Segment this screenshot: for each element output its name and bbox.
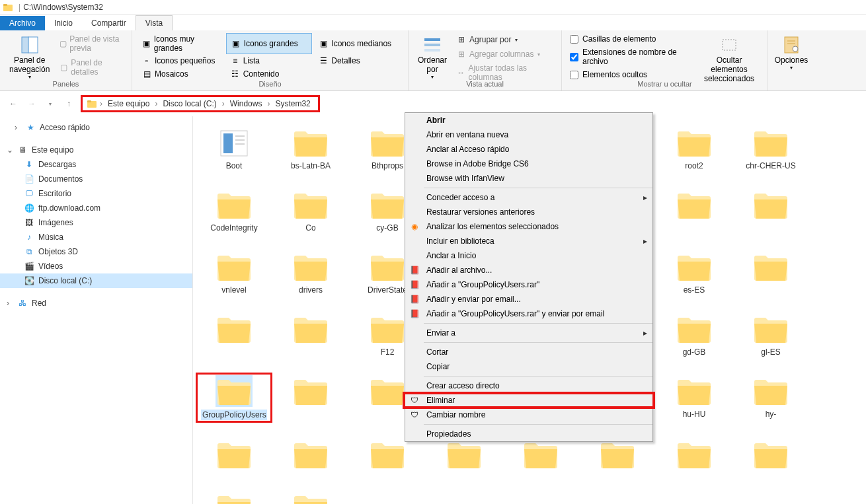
ctx-biblioteca[interactable]: Incluir en biblioteca▸ bbox=[405, 234, 652, 248]
folder-item[interactable] bbox=[658, 189, 730, 233]
opciones-button[interactable]: Opciones ▾ bbox=[773, 33, 809, 75]
crumb-equipo[interactable]: Este equipo bbox=[105, 99, 152, 108]
sidebar-videos[interactable]: 🎬Vídeos bbox=[0, 259, 192, 273]
folder-item[interactable]: chr-CHER-US bbox=[735, 127, 807, 170]
sidebar-documentos[interactable]: 📄Documentos bbox=[0, 172, 192, 186]
sidebar-imagenes[interactable]: 🖼Imágenes bbox=[0, 215, 192, 230]
ctx-rar2[interactable]: 📕Añadir a "GroupPolicyUsers.rar" bbox=[405, 277, 652, 292]
crumb-system32[interactable]: System32 bbox=[272, 99, 313, 108]
up-button[interactable]: ↑ bbox=[62, 97, 75, 110]
folder-item[interactable]: gd-GB bbox=[658, 313, 730, 357]
ctx-irfan[interactable]: Browse with IrfanView bbox=[405, 171, 652, 186]
folder-item[interactable]: Boot bbox=[198, 127, 270, 170]
agregar-cols-button[interactable]: ⊞Agregar columnas▾ bbox=[453, 48, 556, 61]
view-medianos[interactable]: ▣Iconos medianos bbox=[314, 33, 400, 54]
folder-item[interactable]: es-ES bbox=[658, 251, 730, 295]
folder-item[interactable] bbox=[428, 439, 500, 473]
folder-item[interactable] bbox=[275, 439, 346, 473]
view-pequenos[interactable]: ▫Iconos pequeños bbox=[138, 54, 223, 67]
sidebar-descargas[interactable]: ⬇Descargas bbox=[0, 157, 192, 172]
chevron-right-icon[interactable]: › bbox=[100, 99, 102, 108]
tab-inicio[interactable]: Inicio bbox=[45, 16, 82, 30]
folder-item[interactable] bbox=[505, 439, 576, 473]
ctx-rar4[interactable]: 📕Añadir a "GroupPolicyUsers.rar" y envia… bbox=[405, 306, 652, 321]
forward-button[interactable]: → bbox=[25, 97, 38, 110]
chevron-right-icon[interactable]: › bbox=[155, 99, 157, 108]
ctx-rar1[interactable]: 📕Añadir al archivo... bbox=[405, 263, 652, 277]
folder-item[interactable]: Co bbox=[275, 189, 346, 233]
ctx-conceder[interactable]: Conceder acceso a▸ bbox=[405, 190, 652, 205]
chevron-right-icon[interactable]: › bbox=[7, 299, 13, 308]
ctx-propiedades[interactable]: Propiedades bbox=[405, 427, 652, 441]
breadcrumb[interactable]: › Este equipo › Disco local (C:) › Windo… bbox=[81, 95, 320, 112]
sidebar-acceso-rapido[interactable]: ›★Acceso rápido bbox=[0, 120, 192, 135]
tab-vista[interactable]: Vista bbox=[136, 15, 173, 30]
casillas-checkbox[interactable]: Casillas de elemento bbox=[567, 33, 693, 45]
chevron-down-icon[interactable]: ⌄ bbox=[7, 145, 13, 155]
folder-item[interactable] bbox=[582, 439, 653, 473]
ctx-rar3[interactable]: 📕Añadir y enviar por email... bbox=[405, 292, 652, 306]
nav-panel-button[interactable]: Panel de navegación ▾ bbox=[5, 33, 54, 81]
ctx-anclar-inicio[interactable]: Anclar a Inicio bbox=[405, 248, 652, 263]
folder-item[interactable]: vnlevel bbox=[198, 251, 270, 295]
details-panel-button[interactable]: ▢Panel de detalles bbox=[56, 57, 126, 78]
ctx-cortar[interactable]: Cortar bbox=[405, 345, 652, 359]
folder-item[interactable] bbox=[275, 491, 346, 504]
sidebar-este-equipo[interactable]: ⌄🖥Este equipo bbox=[0, 143, 192, 157]
ctx-eliminar[interactable]: 🛡Eliminar bbox=[405, 393, 652, 408]
back-button[interactable]: ← bbox=[7, 97, 20, 110]
folder-item[interactable] bbox=[198, 313, 270, 357]
view-grandes[interactable]: ▣Iconos grandes bbox=[226, 33, 312, 54]
crumb-disco[interactable]: Disco local (C:) bbox=[160, 99, 219, 108]
ctx-copiar[interactable]: Copiar bbox=[405, 359, 652, 374]
tab-compartir[interactable]: Compartir bbox=[82, 16, 136, 30]
ctx-ventana-nueva[interactable]: Abrir en ventana nueva bbox=[405, 127, 652, 142]
list-icon: ≡ bbox=[230, 55, 241, 66]
folder-item[interactable] bbox=[735, 251, 807, 295]
folder-item[interactable]: gl-ES bbox=[735, 313, 807, 357]
folder-item[interactable] bbox=[198, 439, 270, 473]
ctx-analizar[interactable]: ◉Analizar los elementos seleccionados bbox=[405, 219, 652, 234]
ctx-bridge[interactable]: Browse in Adobe Bridge CS6 bbox=[405, 157, 652, 171]
chevron-right-icon[interactable]: › bbox=[222, 99, 225, 108]
folder-item[interactable] bbox=[735, 439, 807, 473]
folder-item[interactable] bbox=[275, 313, 346, 357]
folder-item[interactable] bbox=[735, 189, 807, 233]
recent-button[interactable]: ▾ bbox=[44, 97, 57, 110]
agrupar-button[interactable]: ⊞Agrupar por▾ bbox=[453, 33, 556, 46]
folder-item[interactable] bbox=[275, 375, 346, 420]
sidebar-escritorio[interactable]: 🖵Escritorio bbox=[0, 186, 192, 201]
folder-item[interactable] bbox=[198, 491, 270, 504]
crumb-windows[interactable]: Windows bbox=[227, 99, 265, 108]
ctx-cambiar[interactable]: 🛡Cambiar nombre bbox=[405, 408, 652, 422]
chevron-right-icon[interactable]: › bbox=[15, 123, 21, 132]
preview-panel-button[interactable]: ▢Panel de vista previa bbox=[56, 33, 126, 54]
folder-item[interactable] bbox=[658, 439, 730, 473]
folder-item[interactable]: root2 bbox=[658, 127, 730, 170]
folder-item[interactable]: drivers bbox=[275, 251, 346, 295]
ocultar-sel-button[interactable]: Ocultar elementos seleccionados bbox=[696, 33, 762, 85]
folder-item[interactable]: GroupPolicyUsers bbox=[198, 375, 270, 420]
view-muy-grandes[interactable]: ▣Iconos muy grandes bbox=[138, 33, 223, 54]
sidebar-musica[interactable]: ♪Música bbox=[0, 230, 192, 244]
folder-item[interactable]: hy- bbox=[735, 375, 807, 420]
view-detalles[interactable]: ☰Detalles bbox=[314, 54, 400, 67]
view-lista[interactable]: ≡Lista bbox=[226, 54, 312, 67]
folder-item[interactable]: CodeIntegrity bbox=[198, 189, 270, 233]
sidebar-disco-local[interactable]: 💽Disco local (C:) bbox=[0, 273, 192, 288]
sidebar-ftp[interactable]: 🌐ftp.download.com bbox=[0, 201, 192, 215]
ordenar-button[interactable]: Ordenar por ▾ bbox=[414, 33, 451, 81]
ctx-acceso-directo[interactable]: Crear acceso directo bbox=[405, 378, 652, 393]
sidebar-objetos3d[interactable]: ⧉Objetos 3D bbox=[0, 244, 192, 259]
folder-item[interactable]: bs-Latn-BA bbox=[275, 127, 346, 170]
chevron-right-icon[interactable]: › bbox=[267, 99, 270, 108]
ctx-anclar-rapido[interactable]: Anclar al Acceso rápido bbox=[405, 142, 652, 157]
extensiones-checkbox[interactable]: Extensiones de nombre de archivo bbox=[567, 46, 693, 67]
ctx-restaurar[interactable]: Restaurar versiones anteriores bbox=[405, 205, 652, 219]
folder-item[interactable]: hu-HU bbox=[658, 375, 730, 420]
sidebar-red[interactable]: ›🖧Red bbox=[0, 296, 192, 310]
ctx-abrir[interactable]: Abrir bbox=[405, 113, 652, 127]
folder-item[interactable] bbox=[352, 439, 423, 473]
ctx-enviar[interactable]: Enviar a▸ bbox=[405, 326, 652, 340]
tab-archivo[interactable]: Archivo bbox=[0, 16, 45, 30]
